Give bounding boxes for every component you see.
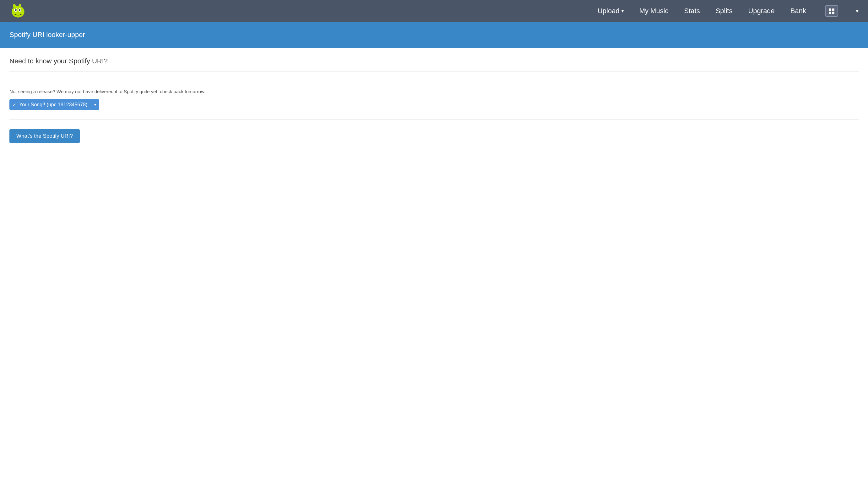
navbar: Upload ▾ My Music Stats Splits Upgrade B…	[0, 0, 868, 22]
logo[interactable]	[10, 2, 27, 20]
nav-links: Upload ▾ My Music Stats Splits Upgrade B…	[597, 5, 858, 17]
submit-section: What's the Spotify URI?	[10, 120, 858, 152]
nav-my-music[interactable]: My Music	[639, 7, 669, 15]
hint-text: Not seeing a release? We may not have de…	[10, 89, 858, 94]
page-header: Spotify URI looker-upper	[0, 22, 868, 48]
release-select[interactable]: Your Song!! (upc 1912345678)	[10, 99, 99, 110]
nav-chevron-icon[interactable]: ▾	[856, 7, 858, 14]
svg-point-4	[19, 9, 21, 11]
section-title: Need to know your Spotify URI?	[10, 57, 858, 65]
upload-chevron-icon: ▾	[621, 8, 624, 14]
main-content: Need to know your Spotify URI? Not seein…	[0, 48, 868, 162]
nav-bank[interactable]: Bank	[790, 7, 806, 15]
nav-upgrade[interactable]: Upgrade	[748, 7, 774, 15]
top-divider	[10, 71, 858, 72]
nav-stats[interactable]: Stats	[684, 7, 700, 15]
svg-point-7	[15, 10, 16, 10]
page-title: Spotify URI looker-upper	[10, 31, 858, 39]
nav-splits[interactable]: Splits	[716, 7, 733, 15]
grid-icon	[829, 8, 834, 14]
submit-button[interactable]: What's the Spotify URI?	[10, 129, 80, 143]
nav-upload[interactable]: Upload ▾	[597, 7, 624, 15]
form-section: Not seeing a release? We may not have de…	[10, 81, 858, 120]
release-select-wrapper: ✓ Your Song!! (upc 1912345678) ▾	[10, 99, 99, 110]
apps-grid-button[interactable]	[825, 5, 838, 17]
